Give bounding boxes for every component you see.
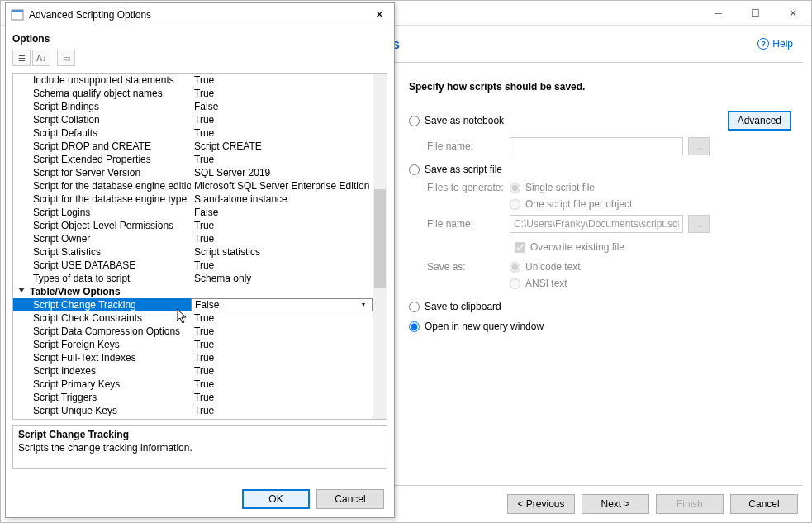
property-label: Script Primary Keys — [13, 378, 191, 391]
property-row[interactable]: Script Foreign KeysTrue — [13, 338, 373, 351]
next-button[interactable]: Next > — [582, 494, 649, 514]
property-row[interactable]: Script Primary KeysTrue — [13, 378, 373, 391]
minimize-button[interactable]: ─ — [700, 1, 737, 25]
script-filename-label: File name: — [427, 218, 510, 230]
property-value[interactable]: True — [191, 232, 373, 245]
property-row[interactable]: Script TriggersTrue — [13, 391, 373, 404]
property-value[interactable]: True — [191, 311, 373, 325]
scrollbar-thumb[interactable] — [374, 189, 386, 288]
property-value[interactable]: False▾ — [191, 298, 373, 311]
property-row[interactable]: Script Check ConstraintsTrue — [13, 311, 373, 325]
property-row[interactable]: Script for the database engine typeStand… — [13, 193, 373, 206]
previous-button[interactable]: < Previous — [507, 494, 575, 514]
ansi-label: ANSI text — [525, 278, 567, 289]
property-label: Script DROP and CREATE — [13, 140, 191, 153]
property-label: Include unsupported statements — [13, 74, 191, 87]
property-value[interactable]: Script CREATE — [191, 140, 373, 153]
property-row[interactable]: Script OwnerTrue — [13, 232, 373, 245]
property-value[interactable]: True — [191, 74, 373, 87]
clipboard-radio[interactable] — [409, 302, 420, 312]
chevron-down-icon[interactable]: ▾ — [358, 299, 369, 311]
property-label: Script for the database engine edition — [13, 179, 191, 193]
save-script-radio[interactable] — [409, 164, 420, 175]
save-notebook-radio[interactable] — [409, 116, 420, 126]
save-clipboard-row[interactable]: Save to clipboard — [409, 301, 791, 312]
open-query-row[interactable]: Open in new query window — [409, 321, 791, 332]
property-row[interactable]: Script CollationTrue — [13, 113, 373, 126]
property-value[interactable]: True — [191, 325, 373, 338]
property-value[interactable]: Schema only — [191, 272, 373, 285]
save-script-row[interactable]: Save as script file — [409, 164, 791, 175]
property-value[interactable]: True — [191, 219, 373, 232]
wizard-footer: < Previous Next > Finish Cancel — [507, 494, 798, 514]
property-value[interactable]: False — [191, 206, 373, 219]
save-notebook-row[interactable]: Save as notebook Advanced — [409, 111, 791, 131]
dialog-footer: OK Cancel — [242, 489, 384, 509]
property-value[interactable]: True — [191, 378, 373, 391]
property-row[interactable]: Script for Server VersionSQL Server 2019 — [13, 166, 373, 179]
ok-button[interactable]: OK — [242, 489, 310, 509]
chevron-down-icon — [18, 288, 25, 292]
property-value[interactable]: True — [191, 351, 373, 364]
property-value[interactable]: Microsoft SQL Server Enterprise Edition — [191, 179, 373, 193]
property-row[interactable]: Script StatisticsScript statistics — [13, 245, 373, 259]
per-object-label: One script file per object — [525, 198, 632, 210]
property-value[interactable]: True — [191, 153, 373, 166]
property-label: Script USE DATABASE — [13, 259, 191, 272]
save-script-label: Save as script file — [425, 164, 502, 175]
property-value[interactable]: True — [191, 126, 373, 140]
property-row[interactable]: Script Unique KeysTrue — [13, 404, 373, 417]
property-label: Script for the database engine type — [13, 193, 191, 206]
property-value[interactable]: True — [191, 87, 373, 100]
maximize-button[interactable]: ☐ — [737, 1, 774, 25]
property-value[interactable]: Stand-alone instance — [191, 193, 373, 206]
alphabetical-button[interactable]: A↓ — [32, 50, 50, 66]
property-row[interactable]: Script Data Compression OptionsTrue — [13, 325, 373, 338]
property-row[interactable]: Script DROP and CREATEScript CREATE — [13, 140, 373, 153]
property-label: Script Full-Text Indexes — [13, 351, 191, 364]
property-row[interactable]: Script Extended PropertiesTrue — [13, 153, 373, 166]
property-row[interactable]: Script DefaultsTrue — [13, 126, 373, 140]
help-link[interactable]: ? Help — [757, 38, 793, 50]
property-label: Script Data Compression Options — [13, 325, 191, 338]
property-value[interactable]: True — [191, 259, 373, 272]
property-pages-button[interactable]: ▭ — [57, 50, 75, 66]
property-row[interactable]: Script Object-Level PermissionsTrue — [13, 219, 373, 232]
close-button[interactable]: ✕ — [774, 1, 811, 25]
property-value[interactable]: False — [191, 100, 373, 113]
property-value[interactable]: True — [191, 364, 373, 378]
property-row[interactable]: Script USE DATABASETrue — [13, 259, 373, 272]
category-header[interactable]: Table/View Options — [13, 285, 191, 298]
property-row[interactable]: Script IndexesTrue — [13, 364, 373, 378]
open-query-radio[interactable] — [409, 321, 420, 332]
property-value[interactable]: True — [191, 391, 373, 404]
notebook-browse-button: ... — [688, 137, 710, 155]
property-row[interactable]: Script for the database engine editionMi… — [13, 179, 373, 193]
property-row[interactable]: Script Change TrackingFalse▾ — [13, 298, 373, 311]
property-value[interactable]: Script statistics — [191, 245, 373, 259]
options-heading: Options — [6, 26, 394, 50]
property-value[interactable]: True — [191, 404, 373, 417]
property-label: Schema qualify object names. — [13, 87, 191, 100]
property-value[interactable]: True — [191, 338, 373, 351]
property-row[interactable]: Script LoginsFalse — [13, 206, 373, 219]
dialog-close-button[interactable]: ✕ — [369, 7, 389, 23]
property-row[interactable]: Include unsupported statementsTrue — [13, 74, 373, 87]
advanced-options-dialog: Advanced Scripting Options ✕ Options ☰ A… — [5, 2, 395, 518]
notebook-filename-label: File name: — [427, 140, 510, 152]
dialog-cancel-button[interactable]: Cancel — [316, 489, 384, 509]
advanced-button[interactable]: Advanced — [728, 111, 791, 131]
property-value[interactable]: SQL Server 2019 — [191, 166, 373, 179]
property-label: Script Bindings — [13, 100, 191, 113]
categorized-button[interactable]: ☰ — [12, 50, 31, 66]
property-row[interactable]: Script Full-Text IndexesTrue — [13, 351, 373, 364]
cancel-button[interactable]: Cancel — [730, 494, 798, 514]
property-row[interactable]: Schema qualify object names.True — [13, 87, 373, 100]
property-value[interactable]: True — [191, 113, 373, 126]
property-label: Script Object-Level Permissions — [13, 219, 191, 232]
property-row[interactable]: Types of data to scriptSchema only — [13, 272, 373, 285]
scrollbar[interactable] — [373, 74, 387, 419]
property-row[interactable]: Script BindingsFalse — [13, 100, 373, 113]
property-grid[interactable]: Include unsupported statementsTrueSchema… — [12, 73, 387, 420]
property-label: Script Collation — [13, 113, 191, 126]
